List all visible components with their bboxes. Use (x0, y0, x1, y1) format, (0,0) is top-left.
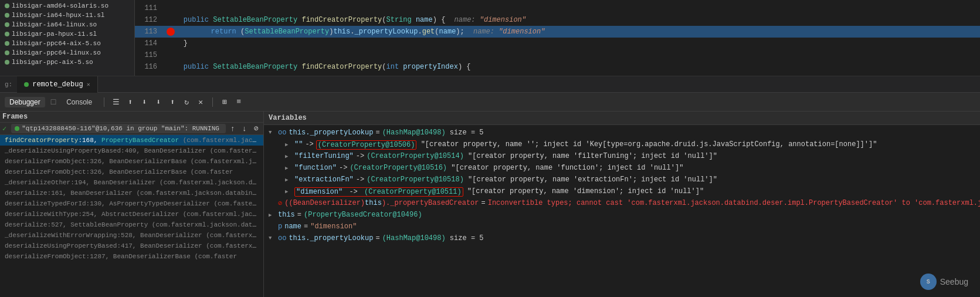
tab-remote-debug[interactable]: remote_debug ✕ (17, 76, 97, 93)
list-icon[interactable]: ☰ (111, 97, 121, 107)
tab-label: remote_debug (32, 80, 83, 89)
up-icon[interactable]: ⬆ (126, 97, 135, 107)
code-line-116: 116 public SettableBeanProperty findCrea… (135, 61, 980, 73)
var-row-1[interactable]: ▶ "" -> (CreatorProperty@10506) "[creato… (264, 139, 980, 151)
file-item[interactable]: libsigar-ppc-aix-5.so (0, 58, 134, 67)
seebug-label: Seebug (940, 277, 968, 286)
step-out-icon[interactable]: ⬆ (168, 97, 177, 107)
frame-item-3[interactable]: deserializeFromObject:326, BeanDeseriali… (0, 167, 263, 177)
frame-item-2[interactable]: deserializeFromObject:326, BeanDeseriali… (0, 156, 263, 167)
file-item[interactable]: libsigar-ia64-hpux-11.sl (0, 11, 134, 20)
file-name: libsigar-ia64-linux.so (12, 21, 97, 28)
file-dot-icon (5, 60, 9, 65)
file-dot-icon (5, 41, 9, 46)
highlighted-value-1: (CreatorProperty@10506) (316, 140, 417, 150)
code-line-112: 112 public SettableBeanProperty findCrea… (135, 14, 980, 26)
file-name: libsigar-ppc-aix-5.so (12, 59, 93, 66)
step-into-icon[interactable]: ⬇ (154, 97, 163, 107)
variables-list: ▼ oo this._propertyLookup = (HashMap@104… (264, 125, 980, 297)
var-row-lookup2[interactable]: ▼ oo this._propertyLookup = (HashMap@104… (264, 233, 980, 245)
expand-icon[interactable]: ▶ (285, 177, 293, 183)
highlighted-value-5a: "dimension" -> (CreatorProperty@10511) (294, 187, 463, 197)
frame-item-9[interactable]: _deserializeWithErrorWrapping:528, BeanD… (0, 230, 263, 241)
frame-item-1[interactable]: _deserializeUsingPropertyBased:409, Bean… (0, 146, 263, 156)
thread-bar: ✓ "qtp1432888450-116"@10,636 in group "m… (0, 123, 263, 135)
table-icon[interactable]: ⊞ (220, 97, 229, 107)
file-name: libsigar-ppc64-linux.so (12, 49, 101, 56)
file-item[interactable]: libsigar-ia64-linux.so (0, 20, 134, 29)
frames-down-icon[interactable]: ↓ (240, 124, 249, 133)
frame-item-8[interactable]: deserialize:527, SettableBeanProperty (c… (0, 220, 263, 230)
expand-icon (269, 224, 277, 230)
check-icon: ✓ (2, 124, 6, 133)
run-icon[interactable]: ↻ (182, 97, 191, 107)
frames-up-icon[interactable]: ↑ (228, 124, 238, 133)
settings-icon[interactable]: ≡ (234, 97, 243, 107)
expand-icon[interactable]: ▼ (269, 130, 277, 136)
expand-icon (269, 200, 277, 206)
frame-item-5[interactable]: deserialize:161, BeanDeserializer (com.f… (0, 188, 263, 198)
tab-close-button[interactable]: ✕ (87, 81, 90, 88)
file-item[interactable]: libsigar-amd64-solaris.so (0, 1, 134, 11)
frame-item-7[interactable]: deserializeWithType:254, AbstractDeseria… (0, 209, 263, 220)
frames-filter-icon[interactable]: ⊘ (252, 124, 261, 133)
code-editor: libsigar-amd64-solaris.so libsigar-ia64-… (0, 0, 980, 76)
tab-prefix: g: (0, 81, 17, 88)
stop-icon[interactable]: ✕ (196, 97, 205, 107)
expand-icon[interactable]: ▶ (269, 212, 277, 218)
seebug-watermark: S Seebug (920, 274, 968, 290)
frames-toolbar: Frames (0, 112, 263, 123)
frame-item-6[interactable]: deserializeTypedForId:130, AsPropertyTyp… (0, 198, 263, 209)
separator (104, 97, 104, 107)
debugger-tab-button[interactable]: Debugger (5, 97, 45, 107)
console-icon: □ (51, 97, 56, 107)
variables-panel: Variables ▼ oo this._propertyLookup = (H… (264, 112, 980, 297)
down-icon[interactable]: ⬇ (140, 97, 149, 107)
frame-item-0[interactable]: findCreatorProperty:168, PropertyBasedCr… (0, 135, 263, 146)
separator2 (212, 97, 213, 107)
var-row-this[interactable]: ▶ this = (PropertyBasedCreator@10496) (264, 210, 980, 221)
running-dot-icon (15, 126, 19, 131)
frame-item-4[interactable]: _deserializeOther:194, BeanDeserializer … (0, 177, 263, 188)
file-dot-icon (5, 4, 9, 8)
tab-bar: g: remote_debug ✕ (0, 76, 980, 93)
variables-header: Variables (264, 112, 980, 125)
var-row-3[interactable]: ▶ "function" -> (CreatorProperty@10516) … (264, 163, 980, 174)
frames-list: findCreatorProperty:168, PropertyBasedCr… (0, 135, 263, 297)
code-line-114: 114 } (135, 38, 980, 49)
file-name: libsigar-pa-hpux-11.sl (12, 31, 97, 38)
code-line-113: 113 return (SettableBeanProperty)this._p… (135, 26, 980, 38)
frames-panel: Frames ✓ "qtp1432888450-116"@10,636 in g… (0, 112, 264, 297)
frame-item-10[interactable]: deserializeUsingPropertyBased:417, BeanD… (0, 241, 263, 251)
param-icon: p (278, 222, 282, 231)
file-dot-icon (5, 32, 9, 36)
debugger-main: Frames ✓ "qtp1432888450-116"@10,636 in g… (0, 112, 980, 297)
file-dot-icon (5, 22, 9, 27)
debugger-toolbar: Debugger □ Console ☰ ⬆ ⬇ ⬇ ⬆ ↻ ✕ ⊞ ≡ (0, 93, 980, 112)
var-row-name[interactable]: p name = "dimension" (264, 221, 980, 233)
expand-icon[interactable]: ▶ (285, 153, 293, 160)
expand-icon[interactable]: ▶ (285, 141, 293, 148)
file-item[interactable]: libsigar-pa-hpux-11.sl (0, 29, 134, 39)
var-row-error: ⊘ ((BeanDeserializer)this)._propertyBase… (264, 198, 980, 210)
file-item[interactable]: libsigar-ppc64-aix-5.so (0, 39, 134, 48)
file-name: libsigar-ia64-hpux-11.sl (12, 12, 104, 19)
console-tab-button[interactable]: Console (62, 97, 97, 107)
thread-status: "qtp1432888450-116"@10,636 in group "mai… (11, 124, 226, 133)
var-row-5[interactable]: ▶ "dimension" -> (CreatorProperty@10511)… (264, 186, 980, 198)
frame-item-11[interactable]: deserializeFromObject:1287, BeanDeserial… (0, 251, 263, 262)
file-dot-icon (5, 13, 9, 18)
expand-icon[interactable]: ▶ (285, 188, 293, 195)
file-item[interactable]: libsigar-ppc64-linux.so (0, 48, 134, 58)
var-row-2[interactable]: ▶ "filterTuning" -> (CreatorProperty@105… (264, 151, 980, 163)
file-list: libsigar-amd64-solaris.so libsigar-ia64-… (0, 0, 135, 76)
var-row-4[interactable]: ▶ "extractionFn" -> (CreatorProperty@105… (264, 174, 980, 186)
expand-icon[interactable]: ▼ (269, 235, 277, 241)
expand-icon[interactable]: ▶ (285, 165, 293, 171)
file-name: libsigar-amd64-solaris.so (12, 2, 108, 9)
error-icon: ⊘ (278, 199, 282, 208)
var-row-0[interactable]: ▼ oo this._propertyLookup = (HashMap@104… (264, 127, 980, 139)
file-dot-icon (5, 50, 9, 55)
frames-header: Frames (2, 113, 28, 121)
code-line-115: 115 (135, 49, 980, 61)
